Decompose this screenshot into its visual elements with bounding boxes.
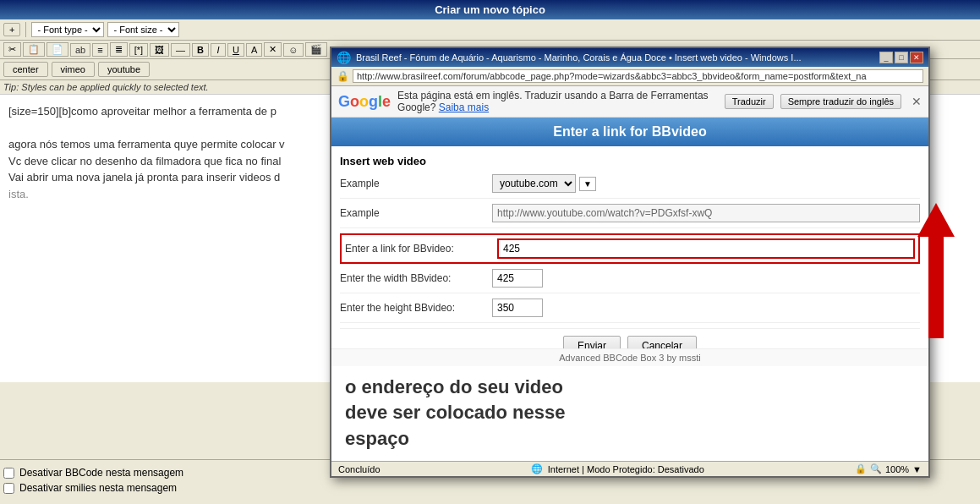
browser-titlebar: 🌐 Brasil Reef - Fórum de Aquário - Aquar… (331, 48, 928, 67)
minimize-button[interactable]: _ (879, 52, 893, 63)
status-right: 🔒 🔍 100% ▼ (855, 463, 922, 474)
attribution-bar: Advanced BBCode Box 3 by mssti (331, 348, 928, 366)
bbvideo-dialog-content: Insert web video Example youtube.com ▼ E… (331, 146, 928, 348)
desativar-smilies-checkbox[interactable] (3, 483, 14, 494)
smiley-button[interactable]: ☺ (283, 43, 303, 57)
sempre-traduzir-button[interactable]: Sempre traduzir do inglês (780, 94, 901, 109)
insert-web-video-title: Insert web video (340, 155, 920, 167)
width-control (492, 269, 920, 288)
align-button[interactable]: A (246, 43, 262, 57)
desativar-smilies-label: Desativar smilies nesta mensagem (19, 482, 177, 494)
browser-statusbar: Concluído 🌐 Internet | Modo Protegido: D… (331, 461, 928, 476)
image-button[interactable]: 🖼 (150, 43, 169, 57)
font-type-select[interactable]: - Font type - (31, 22, 104, 37)
tip-text: Tip: Styles can be applied quickly to se… (3, 82, 209, 92)
bbvideo-link-control (497, 238, 915, 259)
width-label: Enter the width BBvideo: (340, 272, 492, 284)
traduzir-button[interactable]: Traduzir (725, 94, 774, 109)
height-label: Enter the height BBvideo: (340, 302, 492, 314)
example-url-input[interactable] (492, 204, 920, 222)
example-select-control: youtube.com ▼ (492, 174, 920, 193)
translate-bar: Google Esta página está em inglês. Tradu… (331, 86, 928, 118)
center-button[interactable]: center (3, 62, 48, 77)
paste-button[interactable]: 📄 (47, 42, 68, 57)
height-control (492, 299, 920, 317)
video-instruction: o endereço do seu videodeve ser colocado… (331, 366, 928, 461)
list-unordered-button[interactable]: ≡ (92, 43, 107, 57)
red-arrow (917, 203, 955, 338)
select-dropdown-btn[interactable]: ▼ (579, 177, 596, 191)
editor-toolbar: + - Font type - - Font size - (0, 19, 980, 41)
height-input[interactable] (492, 299, 543, 317)
browser-popup: 🌐 Brasil Reef - Fórum de Aquário - Aquar… (330, 47, 930, 478)
width-input[interactable] (492, 269, 543, 288)
cancelar-button[interactable]: Cancelar (627, 336, 697, 348)
status-middle-text: Internet | Modo Protegido: Desativado (548, 464, 704, 474)
bbvideo-link-input[interactable] (497, 238, 915, 259)
zoom-text: 100% (885, 464, 909, 474)
browser-icon: 🌐 (337, 51, 351, 64)
underline-button[interactable]: U (227, 43, 244, 57)
arrow-head (917, 203, 955, 237)
action-buttons-row: Enviar Cancelar (340, 328, 920, 348)
browser-address-bar: 🔒 (331, 67, 928, 86)
status-middle: 🌐 Internet | Modo Protegido: Desativado (531, 463, 704, 474)
bbvideo-dialog-header: Enter a link for BBvideo (331, 118, 928, 146)
form-row-width: Enter the width BBvideo: (340, 269, 920, 293)
add-button[interactable]: + (3, 23, 20, 36)
translate-close-button[interactable]: ✕ (912, 95, 922, 108)
desativar-bbcode-checkbox[interactable] (3, 468, 14, 479)
bold-button[interactable]: B (192, 43, 209, 57)
status-left: Concluído (338, 464, 381, 474)
form-row-example-select: Example youtube.com ▼ (340, 174, 920, 199)
special-button[interactable]: [*] (129, 43, 148, 57)
address-input[interactable] (353, 69, 923, 83)
bbvideo-header-title: Enter a link for BBvideo (553, 124, 706, 139)
checkbox-row-2: Desativar smilies nesta mensagem (3, 482, 977, 494)
browser-window-controls: _ □ ✕ (879, 52, 923, 63)
zoom-dropdown-icon: ▼ (912, 464, 922, 474)
arrow-shaft (928, 237, 944, 338)
address-icon: 🔒 (337, 70, 349, 82)
lock-icon: 🔒 (855, 463, 867, 474)
enviar-button[interactable]: Enviar (563, 336, 621, 348)
form-row-example-url: Example (340, 204, 920, 228)
list-ordered-button[interactable]: ≣ (110, 42, 128, 57)
editor-titlebar: Criar um novo tópico (0, 0, 980, 19)
close-button[interactable]: ✕ (910, 52, 923, 63)
status-text: Concluído (338, 464, 381, 474)
attribution-text: Advanced BBCode Box 3 by mssti (559, 353, 701, 363)
line-button[interactable]: — (171, 43, 190, 57)
editor-title: Criar um novo tópico (435, 3, 545, 16)
form-row-bbvideo-link: Enter a link for BBvideo: (340, 233, 920, 264)
saiba-mais-link[interactable]: Saiba mais (439, 101, 489, 113)
instruction-text: o endereço do seu videodeve ser colocado… (345, 376, 565, 450)
italic-button[interactable]: I (211, 43, 226, 57)
select-row: youtube.com ▼ (492, 174, 920, 193)
vimeo-button[interactable]: vimeo (52, 62, 95, 77)
font-size-select[interactable]: - Font size - (107, 22, 179, 37)
form-row-height: Enter the height BBvideo: (340, 299, 920, 323)
camera-button[interactable]: 🎬 (305, 42, 327, 57)
copy-button[interactable]: 📋 (23, 42, 45, 57)
close-tags-button[interactable]: ✕ (264, 42, 282, 57)
globe-icon: 🌐 (531, 463, 543, 474)
translate-text: Esta página está em inglês. Traduzir usa… (397, 90, 718, 113)
maximize-button[interactable]: □ (895, 52, 908, 63)
browser-title: Brasil Reef - Fórum de Aquário - Aquaris… (356, 52, 879, 63)
example-label-2: Example (340, 207, 492, 219)
example-url-control (492, 204, 920, 222)
toolbar-separator (25, 22, 26, 37)
example-label-1: Example (340, 178, 492, 189)
youtube-button[interactable]: youtube (98, 62, 150, 77)
youtube-select[interactable]: youtube.com (492, 174, 576, 193)
ab-button[interactable]: ab (70, 43, 90, 57)
google-logo: Google (338, 93, 391, 111)
cut-button[interactable]: ✂ (3, 42, 21, 57)
bbvideo-link-label: Enter a link for BBvideo: (345, 243, 497, 255)
red-arrow-container (917, 203, 955, 338)
zoom-icon: 🔍 (870, 463, 882, 474)
desativar-bbcode-label: Desativar BBCode nesta mensagem (19, 467, 183, 479)
